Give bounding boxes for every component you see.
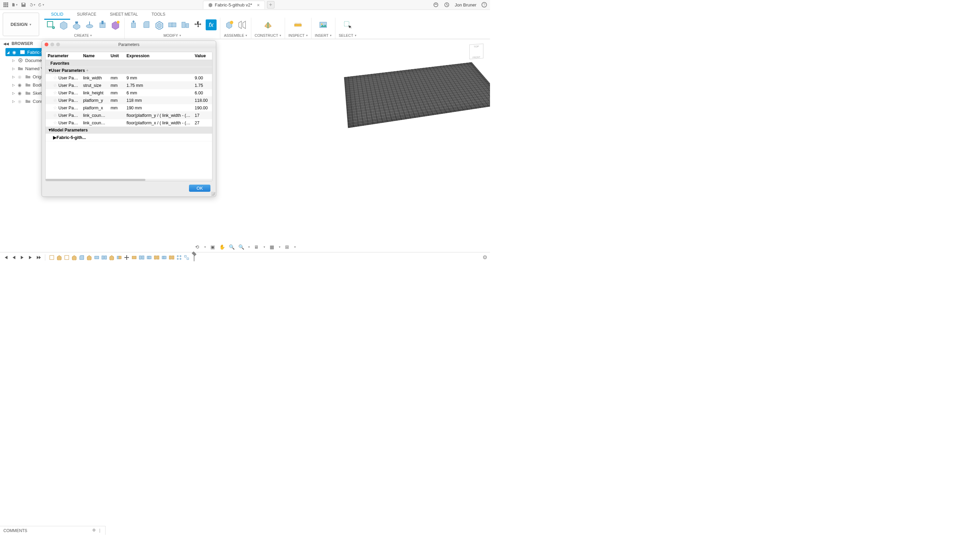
- joint-icon[interactable]: [237, 19, 248, 30]
- user-name[interactable]: Jon Bruner: [455, 2, 476, 8]
- star-icon[interactable]: ☆: [53, 98, 57, 103]
- col-parameter[interactable]: Parameter: [46, 52, 81, 60]
- param-row[interactable]: ☆ User Para...platform_xmm190 mm190.00: [46, 104, 212, 112]
- col-unit[interactable]: Unit: [109, 52, 125, 60]
- timeline-next-icon[interactable]: [27, 255, 33, 261]
- star-icon[interactable]: ☆: [53, 83, 57, 88]
- redo-icon[interactable]: ▾: [38, 2, 44, 8]
- star-icon[interactable]: ☆: [53, 120, 57, 125]
- feature-pattern-icon[interactable]: [183, 255, 190, 261]
- feature-extrude-icon[interactable]: [71, 255, 77, 261]
- star-icon[interactable]: ☆: [53, 90, 57, 96]
- param-row[interactable]: ☆ User Para...link_heightmm6 mm6.00: [46, 89, 212, 97]
- star-icon[interactable]: ☆: [53, 113, 57, 118]
- feature-combine-icon[interactable]: [116, 255, 122, 261]
- section-favorites[interactable]: Favorites: [46, 60, 212, 67]
- model-sub-row[interactable]: ▶Fabric-5-gith...: [46, 134, 212, 141]
- section-model-parameters[interactable]: ▼Model Parameters: [46, 127, 212, 134]
- form-icon[interactable]: [110, 19, 121, 30]
- feature-mirror-icon[interactable]: [154, 255, 160, 261]
- sketch-icon[interactable]: +: [45, 19, 56, 30]
- col-name[interactable]: Name: [81, 52, 109, 60]
- display-settings-icon[interactable]: 🖥: [253, 244, 259, 250]
- save-icon[interactable]: [21, 2, 27, 8]
- minimize-window-icon[interactable]: [50, 43, 54, 46]
- select-icon[interactable]: [342, 19, 353, 30]
- shell-icon[interactable]: [154, 19, 165, 30]
- box-icon[interactable]: [58, 19, 69, 30]
- feature-mirror-icon[interactable]: [138, 255, 145, 261]
- insert-image-icon[interactable]: [318, 19, 329, 30]
- tab-surface[interactable]: SURFACE: [70, 10, 103, 20]
- combine-icon[interactable]: [167, 19, 178, 30]
- measure-icon[interactable]: [293, 19, 304, 30]
- look-at-icon[interactable]: ▣: [209, 244, 216, 250]
- feature-fillet-icon[interactable]: [79, 255, 85, 261]
- fit-icon[interactable]: 🔍: [238, 244, 244, 250]
- tab-solid[interactable]: SOLID: [44, 10, 70, 20]
- move-icon[interactable]: [193, 19, 204, 30]
- close-window-icon[interactable]: [45, 43, 48, 46]
- star-icon[interactable]: ☆: [53, 105, 57, 110]
- job-status-icon[interactable]: [444, 2, 450, 8]
- param-row[interactable]: ☆ User Para...link_widthmm9 mm9.00: [46, 74, 212, 82]
- new-component-icon[interactable]: [224, 19, 235, 30]
- fillet-icon[interactable]: [141, 19, 152, 30]
- pan-icon[interactable]: ✋: [219, 244, 225, 250]
- align-icon[interactable]: [180, 19, 191, 30]
- col-value[interactable]: Value: [193, 52, 212, 60]
- feature-extrude-icon[interactable]: [56, 255, 62, 261]
- param-row[interactable]: ☆ User Para...platform_ymm118 mm118.00: [46, 97, 212, 104]
- timeline-start-icon[interactable]: [3, 255, 9, 261]
- zoom-window-icon[interactable]: [56, 43, 60, 46]
- feature-extrude-icon[interactable]: [86, 255, 92, 261]
- timeline-play-icon[interactable]: [19, 255, 25, 261]
- feature-mirror-icon[interactable]: [101, 255, 107, 261]
- document-tab[interactable]: Fabric-5-github v2* ×: [203, 1, 265, 9]
- extension-icon[interactable]: [433, 2, 439, 8]
- revolve-icon[interactable]: [84, 19, 95, 30]
- timeline-prev-icon[interactable]: [11, 255, 17, 261]
- horizontal-scrollbar[interactable]: [46, 179, 212, 181]
- param-row[interactable]: ☆ User Para...link_count_yfloor(platform…: [46, 112, 212, 119]
- add-tab-button[interactable]: +: [267, 1, 274, 8]
- feature-combine-icon[interactable]: [161, 255, 167, 261]
- feature-plane-icon[interactable]: [94, 255, 100, 261]
- help-icon[interactable]: ?: [481, 2, 487, 8]
- view-cube[interactable]: [469, 44, 483, 59]
- section-user-parameters[interactable]: ▼User Parameters +: [46, 67, 212, 74]
- star-icon[interactable]: ☆: [53, 75, 57, 80]
- param-row[interactable]: ☆ User Para...link_count_xfloor(platform…: [46, 119, 212, 127]
- grid-settings-icon[interactable]: ▦: [269, 244, 275, 250]
- timeline-marker[interactable]: [191, 254, 197, 261]
- feature-move-icon[interactable]: [124, 255, 130, 261]
- hole-icon[interactable]: [97, 19, 108, 30]
- feature-pattern-icon[interactable]: [176, 255, 182, 261]
- orbit-icon[interactable]: ⟲: [194, 244, 200, 250]
- feature-combine-icon[interactable]: [146, 255, 152, 261]
- model-preview[interactable]: [344, 62, 490, 128]
- dialog-titlebar[interactable]: Parameters: [42, 41, 216, 48]
- timeline-end-icon[interactable]: [35, 255, 41, 261]
- timeline-settings-icon[interactable]: ⚙: [482, 254, 487, 261]
- param-row[interactable]: ☆ User Para...strut_sizemm1.75 mm1.75: [46, 82, 212, 89]
- resize-handle[interactable]: [211, 192, 215, 196]
- tab-sheet-metal[interactable]: SHEET METAL: [103, 10, 145, 20]
- feature-sketch-icon[interactable]: [64, 255, 70, 261]
- viewport-icon[interactable]: ⊞: [284, 244, 290, 250]
- design-workspace-button[interactable]: DESIGN▾: [3, 13, 39, 36]
- close-tab-icon[interactable]: ×: [257, 2, 260, 8]
- undo-icon[interactable]: ▾: [29, 2, 35, 8]
- press-pull-icon[interactable]: [128, 19, 139, 30]
- feature-sketch-icon[interactable]: [49, 255, 55, 261]
- feature-extrude-icon[interactable]: [109, 255, 115, 261]
- ok-button[interactable]: OK: [189, 185, 210, 192]
- app-grid-icon[interactable]: [3, 2, 9, 8]
- tab-tools[interactable]: TOOLS: [145, 10, 172, 20]
- feature-mirror-icon[interactable]: [169, 255, 175, 261]
- zoom-icon[interactable]: 🔍: [229, 244, 235, 250]
- file-icon[interactable]: ▾: [11, 2, 18, 8]
- col-expression[interactable]: Expression: [124, 52, 192, 60]
- construct-plane-icon[interactable]: [262, 19, 274, 30]
- feature-plane-icon[interactable]: [131, 255, 137, 261]
